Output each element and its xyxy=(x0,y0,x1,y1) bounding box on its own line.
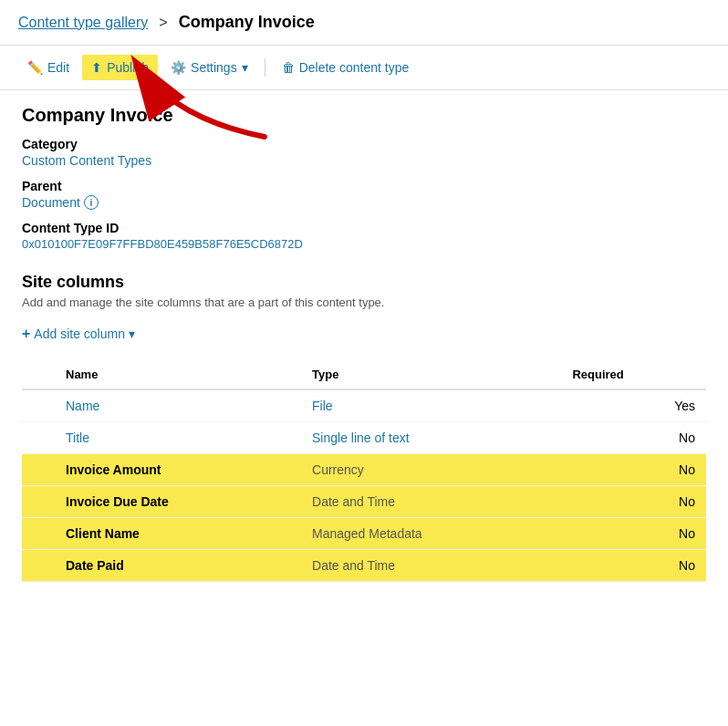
col-name[interactable]: Date Paid xyxy=(55,550,301,582)
table-row: Invoice AmountCurrencyNo xyxy=(22,454,706,486)
col-type: Managed Metadata xyxy=(301,518,561,550)
parent-value[interactable]: Document xyxy=(22,195,80,210)
th-check xyxy=(22,360,55,389)
info-icon[interactable]: i xyxy=(84,195,99,210)
breadcrumb-current: Company Invoice xyxy=(179,13,315,32)
th-required: Required xyxy=(561,360,706,389)
row-check xyxy=(22,518,55,550)
publish-label: Publish xyxy=(107,60,149,75)
toolbar-separator xyxy=(265,58,265,77)
edit-icon: ✏️ xyxy=(27,60,43,75)
col-required: No xyxy=(561,518,706,550)
settings-icon: ⚙️ xyxy=(171,60,186,75)
row-check xyxy=(22,422,55,454)
plus-icon: + xyxy=(22,326,30,342)
table-row: Invoice Due DateDate and TimeNo xyxy=(22,486,706,518)
row-check xyxy=(22,454,55,486)
category-value[interactable]: Custom Content Types xyxy=(22,153,706,168)
settings-chevron-icon: ▾ xyxy=(242,60,248,75)
category-label: Category xyxy=(22,137,706,151)
add-column-label: Add site column xyxy=(34,327,125,341)
site-columns-desc: Add and manage the site columns that are… xyxy=(22,296,706,309)
col-required: No xyxy=(561,454,706,486)
col-required: No xyxy=(561,422,706,454)
content-type-id-value: 0x010100F7E09F7FFBD80E459B58F76E5CD6872D xyxy=(22,237,706,251)
toolbar: ✏️ Edit ⬆ Publish ⚙️ Settings ▾ 🗑 Delete… xyxy=(0,46,728,90)
add-column-chevron-icon: ▾ xyxy=(129,327,135,341)
row-check xyxy=(22,550,55,582)
col-type: Date and Time xyxy=(301,550,561,582)
table-row: Date PaidDate and TimeNo xyxy=(22,550,706,582)
col-name[interactable]: Title xyxy=(55,422,301,454)
th-name: Name xyxy=(55,360,301,389)
columns-table: Name Type Required NameFileYesTitleSingl… xyxy=(22,360,706,582)
site-columns-title: Site columns xyxy=(22,273,706,292)
col-type: Currency xyxy=(301,454,561,486)
delete-label: Delete content type xyxy=(299,60,410,75)
col-type: Single line of text xyxy=(301,422,561,454)
col-name[interactable]: Client Name xyxy=(55,518,301,550)
content-title: Company Invoice xyxy=(22,105,706,126)
table-row: Client NameManaged MetadataNo xyxy=(22,518,706,550)
breadcrumb-separator: > xyxy=(159,15,167,31)
table-row: TitleSingle line of textNo xyxy=(22,422,706,454)
add-site-column-button[interactable]: + Add site column ▾ xyxy=(22,322,135,346)
content-area: Company Invoice Category Custom Content … xyxy=(0,90,728,596)
row-check xyxy=(22,486,55,518)
row-check xyxy=(22,389,55,422)
col-name[interactable]: Invoice Amount xyxy=(55,454,301,486)
th-type: Type xyxy=(301,360,561,389)
col-name[interactable]: Name xyxy=(55,389,301,422)
settings-label: Settings xyxy=(191,60,237,75)
table-header-row: Name Type Required xyxy=(22,360,706,389)
delete-icon: 🗑 xyxy=(282,60,295,75)
table-row: NameFileYes xyxy=(22,389,706,422)
col-required: No xyxy=(561,550,706,582)
publish-button[interactable]: ⬆ Publish xyxy=(82,55,158,80)
edit-button[interactable]: ✏️ Edit xyxy=(18,55,78,80)
settings-button[interactable]: ⚙️ Settings ▾ xyxy=(161,55,257,80)
col-required: Yes xyxy=(561,389,706,422)
col-required: No xyxy=(561,486,706,518)
publish-icon: ⬆ xyxy=(91,60,102,75)
content-type-id-label: Content Type ID xyxy=(22,221,706,235)
parent-label: Parent xyxy=(22,179,706,193)
delete-button[interactable]: 🗑 Delete content type xyxy=(273,55,419,80)
edit-label: Edit xyxy=(47,60,69,75)
page-header: Content type gallery > Company Invoice xyxy=(0,0,728,46)
col-type: Date and Time xyxy=(301,486,561,518)
col-name[interactable]: Invoice Due Date xyxy=(55,486,301,518)
col-type: File xyxy=(301,389,561,422)
breadcrumb-link[interactable]: Content type gallery xyxy=(18,15,148,31)
